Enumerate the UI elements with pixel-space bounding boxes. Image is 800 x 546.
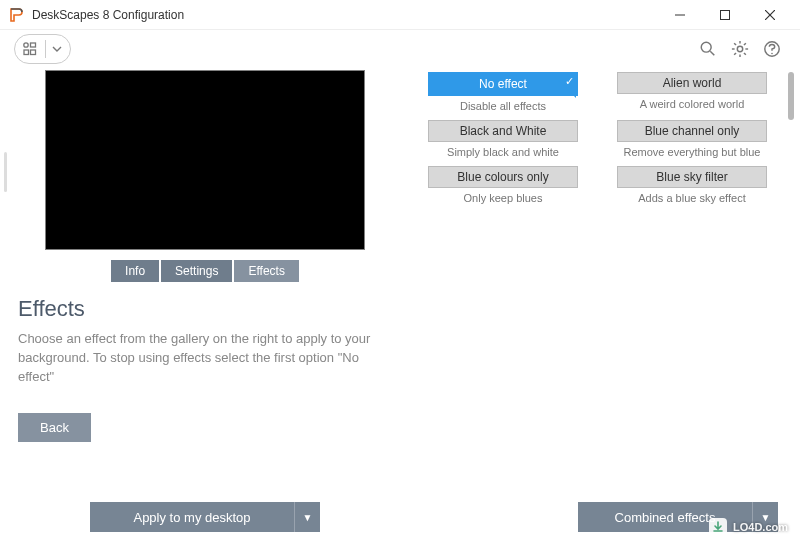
preview-area [45,70,365,250]
effect-card-blue-sky[interactable]: Blue sky filter Adds a blue sky effect [617,166,767,204]
search-button[interactable] [694,35,722,63]
effect-card-alien-world[interactable]: Alien world A weird colored world [617,72,767,112]
titlebar: DeskScapes 8 Configuration [0,0,800,30]
minimize-button[interactable] [657,0,702,30]
svg-point-8 [701,42,711,52]
svg-rect-5 [31,43,36,47]
toolbar [0,30,800,68]
svg-line-18 [744,43,746,45]
apply-to-desktop-button[interactable]: Apply to my desktop ▼ [90,502,320,532]
scrollbar-thumb[interactable] [788,72,794,120]
effect-card-blue-colours[interactable]: Blue colours only Only keep blues [428,166,578,204]
thumb-label: Blue sky filter [618,167,766,187]
svg-point-4 [24,43,28,47]
svg-line-16 [744,53,746,55]
thumbnail: Blue colours only [428,166,578,188]
section-description: Choose an effect from the gallery on the… [18,330,392,387]
svg-rect-6 [24,50,29,55]
svg-rect-7 [31,50,36,55]
apply-label: Apply to my desktop [90,510,294,525]
right-pane: ✓ No effect Disable all effects Alien wo… [410,70,800,546]
left-pane: Info Settings Effects Effects Choose an … [10,70,410,546]
svg-line-9 [710,51,714,55]
thumb-caption: Simply black and white [428,146,578,158]
tab-settings[interactable]: Settings [161,260,232,282]
chevron-down-icon [52,42,62,57]
effect-card-blue-channel[interactable]: Blue channel only Remove everything but … [617,120,767,158]
svg-rect-1 [720,10,729,19]
apply-row: Apply to my desktop ▼ [18,492,392,546]
thumb-caption: A weird colored world [617,98,767,110]
watermark-text: LO4D.com [733,521,788,533]
separator [45,40,46,58]
thumb-caption: Remove everything but blue [617,146,767,158]
effect-card-black-white[interactable]: Black and White Simply black and white [428,120,578,158]
settings-gear-button[interactable] [726,35,754,63]
chevron-down-icon[interactable]: ▼ [294,502,320,532]
thumbnail: Blue channel only [617,120,767,142]
thumb-caption: Adds a blue sky effect [617,192,767,204]
effects-gallery: ✓ No effect Disable all effects Alien wo… [410,70,786,492]
tabstrip: Info Settings Effects [18,260,392,282]
help-button[interactable] [758,35,786,63]
thumbnail: ✓ No effect [428,72,578,96]
maximize-button[interactable] [702,0,747,30]
svg-point-10 [737,46,742,51]
tab-info[interactable]: Info [111,260,159,282]
svg-line-17 [734,53,736,55]
thumbnail: Alien world [617,72,767,94]
download-icon [709,518,727,536]
tab-effects[interactable]: Effects [234,260,298,282]
thumbnail: Black and White [428,120,578,142]
watermark: LO4D.com [709,518,788,536]
thumb-label: Blue colours only [429,167,577,187]
svg-point-20 [771,53,773,55]
thumb-label: Blue channel only [618,121,766,141]
grid-icon [21,40,39,58]
thumb-label: Alien world [618,73,766,93]
back-button[interactable]: Back [18,413,91,442]
check-icon: ✓ [565,75,574,88]
thumb-caption: Disable all effects [428,100,578,112]
effect-card-no-effect[interactable]: ✓ No effect Disable all effects [428,72,578,112]
view-mode-dropdown[interactable] [14,34,71,64]
thumb-label: Black and White [429,121,577,141]
rail-grip-icon [4,152,7,192]
left-rail[interactable] [0,70,10,546]
thumbnail: Blue sky filter [617,166,767,188]
close-button[interactable] [747,0,792,30]
section-heading: Effects [18,296,392,322]
svg-line-15 [734,43,736,45]
app-icon [8,7,24,23]
thumb-caption: Only keep blues [428,192,578,204]
window-title: DeskScapes 8 Configuration [32,8,184,22]
main-area: Info Settings Effects Effects Choose an … [0,68,800,546]
